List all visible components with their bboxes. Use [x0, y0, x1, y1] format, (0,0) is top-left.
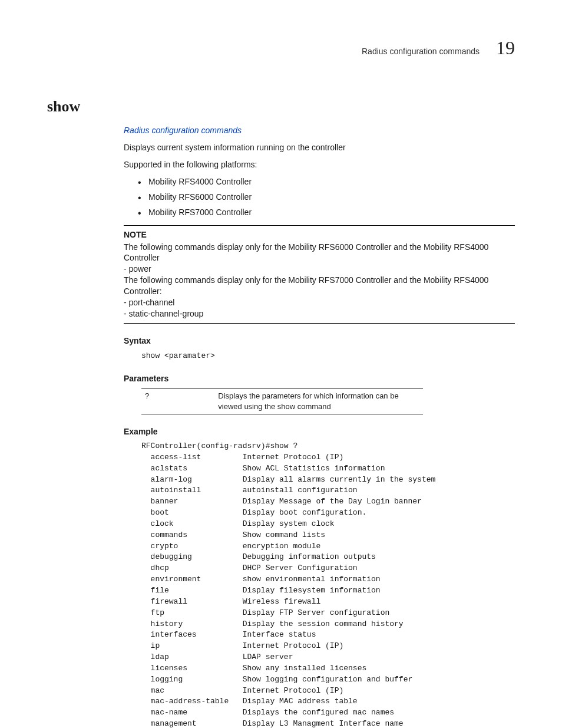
note-text: - power [124, 263, 515, 275]
note-text: - static-channel-group [124, 308, 515, 319]
horizontal-rule [124, 225, 515, 226]
example-code-block: RFController(config-radsrv)#show ? acces… [141, 441, 515, 728]
syntax-heading: Syntax [124, 335, 515, 347]
parameters-heading: Parameters [124, 373, 515, 384]
note-label: NOTE [124, 229, 515, 241]
page-header: Radius configuration commands 19 [47, 35, 515, 61]
syntax-code: show <paramater> [141, 350, 515, 362]
list-item: Mobility RFS4000 Controller [138, 176, 515, 187]
section-title: show [47, 96, 515, 117]
horizontal-rule [124, 323, 515, 324]
note-text: - port-channel [124, 297, 515, 308]
list-item: Mobility RFS7000 Controller [138, 207, 515, 218]
table-row: ? Displays the parameters for which info… [141, 388, 423, 414]
parameters-table: ? Displays the parameters for which info… [141, 388, 423, 414]
platform-list: Mobility RFS4000 Controller Mobility RFS… [124, 176, 515, 218]
header-section-label: Radius configuration commands [362, 46, 480, 57]
section-description: Displays current system information runn… [124, 142, 515, 153]
supported-platforms-label: Supported in the following platforms: [124, 159, 515, 170]
note-text: The following commands display only for … [124, 242, 515, 264]
list-item: Mobility RFS6000 Controller [138, 192, 515, 203]
example-heading: Example [124, 426, 515, 437]
param-desc: Displays the parameters for which inform… [214, 388, 423, 414]
chapter-number: 19 [496, 35, 515, 61]
note-text: The following commands display only for … [124, 275, 515, 297]
note-body: The following commands display only for … [124, 242, 515, 319]
param-key: ? [141, 388, 214, 414]
cross-reference-link[interactable]: Radius configuration commands [124, 126, 242, 135]
